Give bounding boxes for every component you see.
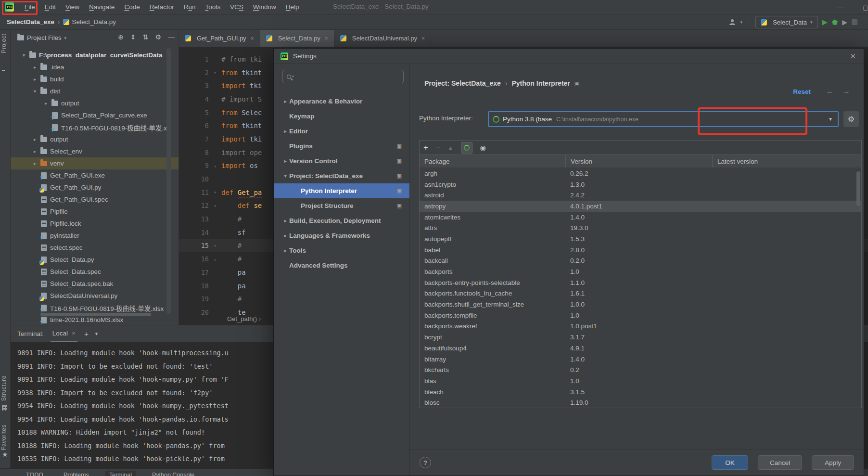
- statusbar-terminal[interactable]: Terminal: [105, 471, 136, 476]
- tree-chevron-icon[interactable]: ▸: [30, 137, 39, 142]
- fold-marker-icon[interactable]: ▾: [209, 243, 221, 248]
- run-with-coverage-button[interactable]: ▶: [842, 18, 847, 26]
- tab-close-icon[interactable]: ×: [421, 35, 425, 42]
- tree-chevron-icon[interactable]: ▸: [30, 149, 39, 154]
- package-row[interactable]: backports1.0: [420, 266, 861, 277]
- package-row[interactable]: babel2.8.0: [420, 244, 861, 256]
- settings-breadcrumb-project[interactable]: Project: SelectData_exe: [424, 79, 501, 87]
- run-configuration-select[interactable]: Select_Data ▾: [755, 16, 817, 28]
- help-button[interactable]: ?: [420, 457, 431, 468]
- package-row[interactable]: bcrypt3.1.7: [420, 332, 861, 343]
- menu-file[interactable]: File: [20, 1, 40, 13]
- maximize-button[interactable]: ▢: [857, 0, 868, 14]
- terminal-tab-local[interactable]: Local ×: [51, 325, 77, 342]
- tool-stripe-favorites[interactable]: Favorites: [0, 425, 7, 450]
- project-panel-header[interactable]: Project Files ▾ ⊕ ⇕ ⇅ ⚙ —: [11, 30, 179, 46]
- fold-marker-icon[interactable]: ▴: [209, 163, 221, 168]
- breadcrumb-file[interactable]: Select_Data.py: [72, 18, 116, 26]
- column-version[interactable]: Version: [565, 155, 712, 167]
- settings-nav-editor[interactable]: ▸Editor: [274, 124, 409, 139]
- column-package[interactable]: Package: [420, 155, 565, 167]
- project-view-mode[interactable]: Project Files: [27, 34, 62, 41]
- tree-item[interactable]: Get_Path_GUI.spec: [11, 193, 179, 206]
- use-conda-package-manager-toggle[interactable]: [461, 142, 472, 154]
- fold-marker-icon[interactable]: ▾: [209, 70, 221, 75]
- reset-link[interactable]: Reset: [793, 88, 811, 95]
- tree-item[interactable]: T16-0.5M-F0GU-0819-极曲线-单发.xlsx: [11, 302, 179, 314]
- package-row[interactable]: astropy4.0.1.post1: [420, 201, 861, 212]
- ok-button[interactable]: OK: [712, 455, 748, 470]
- tree-chevron-icon[interactable]: ▸: [30, 64, 39, 70]
- nav-chevron-icon[interactable]: ▸: [281, 99, 289, 104]
- package-row[interactable]: beautifulsoup44.9.1: [420, 343, 861, 354]
- tree-item[interactable]: Get_Path_GUI.exe: [11, 169, 179, 181]
- settings-nav-appearance-behavior[interactable]: ▸Appearance & Behavior: [274, 94, 409, 109]
- menu-window[interactable]: Window: [248, 1, 281, 13]
- new-terminal-session-icon[interactable]: +: [84, 330, 89, 338]
- menu-view[interactable]: View: [61, 1, 84, 13]
- settings-nav-keymap[interactable]: Keymap: [274, 109, 409, 124]
- settings-dialog-header[interactable]: PC Settings ✕: [274, 49, 864, 64]
- packages-scrollbar[interactable]: [856, 171, 860, 206]
- editor-tab-selectdatauniversal-py[interactable]: SelectDataUniversal.py×: [334, 30, 431, 47]
- statusbar-python-console[interactable]: Python Console: [148, 471, 198, 476]
- forward-arrow-icon[interactable]: →: [842, 87, 850, 96]
- breadcrumb-project[interactable]: SelectData_exe: [7, 18, 54, 26]
- settings-nav-languages-frameworks[interactable]: ▸Languages & Frameworks: [274, 228, 409, 243]
- editor-tab-select-data-py[interactable]: Select_Data.py×: [260, 30, 334, 47]
- editor-tab-get-path-gui-py[interactable]: Get_Path_GUI.py×: [179, 30, 260, 47]
- user-icon[interactable]: [728, 19, 736, 26]
- tree-item[interactable]: ▸Select_env: [11, 145, 179, 157]
- tree-chevron-icon[interactable]: ▾: [19, 52, 28, 58]
- settings-nav-python-interpreter[interactable]: Python Interpreter▣: [274, 183, 409, 198]
- expand-all-icon[interactable]: ⇕: [130, 33, 136, 41]
- tree-item[interactable]: ▸output: [11, 97, 179, 109]
- cancel-button[interactable]: Cancel: [758, 455, 802, 470]
- fold-marker-icon[interactable]: ▾: [209, 190, 221, 195]
- editor-breadcrumb[interactable]: Get_path() ›: [227, 315, 261, 322]
- nav-chevron-icon[interactable]: ▾: [281, 173, 289, 179]
- tree-item[interactable]: ▸build: [11, 73, 179, 85]
- collapse-all-icon[interactable]: ⇅: [143, 33, 149, 41]
- tree-item[interactable]: ▾dist: [11, 85, 179, 97]
- tree-chevron-icon[interactable]: ▸: [30, 77, 39, 82]
- tool-stripe-structure[interactable]: Structure: [0, 375, 7, 401]
- tree-item[interactable]: SelectDataUniversal.py: [11, 290, 179, 302]
- menu-refactor[interactable]: Refactor: [145, 1, 179, 13]
- tree-item[interactable]: ▸output: [11, 133, 179, 145]
- tree-item[interactable]: pyinstaller: [11, 230, 179, 242]
- package-row[interactable]: autopep81.5.3: [420, 233, 861, 244]
- tree-chevron-icon[interactable]: ▸: [30, 161, 39, 166]
- settings-nav-tools[interactable]: ▸Tools: [274, 243, 409, 258]
- tree-item[interactable]: Select_Data_Polar_curve.exe: [11, 109, 179, 121]
- terminal-tab-close-icon[interactable]: ×: [72, 330, 76, 337]
- tree-item[interactable]: T16-0.5M-F0GU-0819-极曲线-单发.x: [11, 121, 179, 133]
- settings-nav-advanced-settings[interactable]: Advanced Settings: [274, 258, 409, 273]
- column-latest-version[interactable]: Latest version: [712, 155, 861, 167]
- locate-file-icon[interactable]: ⊕: [118, 33, 124, 41]
- settings-nav-build-execution-deployment[interactable]: ▸Build, Execution, Deployment: [274, 213, 409, 228]
- package-row[interactable]: blosc1.19.0: [420, 397, 861, 408]
- fold-marker-icon[interactable]: ▴: [209, 257, 221, 262]
- tree-item[interactable]: Pipfile: [11, 206, 179, 218]
- package-row[interactable]: argh0.26.2: [420, 168, 861, 179]
- package-row[interactable]: bitarray1.4.0: [420, 354, 861, 365]
- project-tree-horizontal-scrollbar[interactable]: [40, 313, 151, 316]
- tree-item[interactable]: ▸.idea: [11, 61, 179, 73]
- tool-stripe-project[interactable]: Project: [0, 34, 7, 53]
- back-arrow-icon[interactable]: ←: [826, 87, 834, 96]
- uninstall-package-icon[interactable]: −: [436, 143, 440, 152]
- package-row[interactable]: backports-entry-points-selectable1.1.0: [420, 277, 861, 288]
- settings-nav-plugins[interactable]: Plugins▣: [274, 139, 409, 154]
- nav-chevron-icon[interactable]: ▸: [281, 248, 289, 253]
- show-early-releases-icon[interactable]: ◉: [480, 144, 486, 152]
- menu-edit[interactable]: Edit: [40, 1, 61, 13]
- tree-chevron-icon[interactable]: ▾: [30, 89, 39, 94]
- nav-chevron-icon[interactable]: ▸: [281, 218, 289, 223]
- apply-button[interactable]: Apply: [812, 455, 854, 470]
- menu-tools[interactable]: Tools: [200, 1, 225, 13]
- tree-item[interactable]: ▸venv: [11, 157, 179, 169]
- tree-item[interactable]: Get_Path_GUI.py: [11, 181, 179, 193]
- package-row[interactable]: backports.weakref1.0.post1: [420, 321, 861, 332]
- menu-navigate[interactable]: Navigate: [84, 1, 119, 13]
